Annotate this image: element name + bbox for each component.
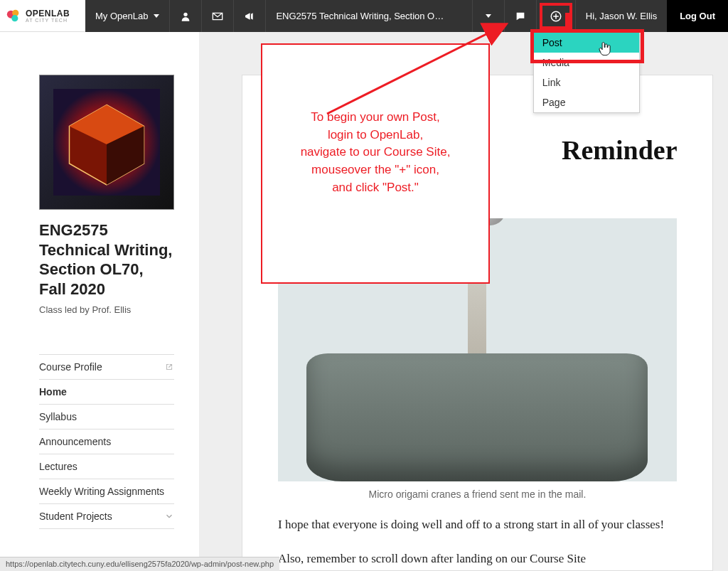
notifications-icon-button[interactable]	[234, 0, 266, 32]
browser-status-bar: https://openlab.citytech.cuny.edu/ellise…	[0, 557, 279, 571]
dropdown-label: Post	[542, 37, 562, 48]
post-paragraph: I hope that everyone is doing well and o…	[278, 516, 677, 534]
nav-label: Home	[39, 386, 67, 397]
profile-icon-button[interactable]	[170, 0, 202, 32]
nav-announcements[interactable]: Announcements	[39, 429, 174, 454]
annotation-text: To begin your own Post, login to OpenLab…	[277, 109, 474, 196]
course-site-menu[interactable]: ENG2575 Technical Writing, Section O…	[266, 0, 472, 32]
svg-point-3	[184, 12, 188, 16]
nav-label: Lectures	[39, 461, 77, 472]
nav-student-projects[interactable]: Student Projects	[39, 504, 174, 529]
comment-icon	[515, 11, 526, 22]
nav-weekly-writing[interactable]: Weekly Writing Assignments	[39, 479, 174, 504]
dropdown-item-media[interactable]: Media	[534, 53, 639, 73]
dropdown-item-post[interactable]: Post	[534, 33, 639, 53]
caret-down-icon	[486, 14, 491, 18]
nav-course-profile[interactable]: Course Profile	[39, 354, 174, 380]
chevron-down-icon	[164, 511, 174, 521]
dropdown-label: Page	[542, 97, 566, 108]
nav-label: Course Profile	[39, 361, 102, 373]
openlab-logo-icon	[6, 8, 21, 23]
logout-label: Log Out	[680, 11, 715, 21]
comments-icon-button[interactable]	[505, 0, 537, 32]
megaphone-icon	[244, 11, 255, 22]
dropdown-item-page[interactable]: Page	[534, 92, 639, 112]
dropdown-label: Media	[542, 57, 569, 68]
plus-circle-icon	[550, 10, 562, 23]
status-url: https://openlab.citytech.cuny.edu/ellise…	[6, 560, 274, 568]
site-thumbnail-graphic	[53, 89, 160, 196]
logout-button[interactable]: Log Out	[667, 0, 728, 32]
site-title: ENG2575 Technical Writing, Section OL70,…	[39, 220, 174, 299]
new-content-dropdown: Post Media Link Page	[533, 32, 640, 113]
new-content-button[interactable]: Post Media Link Page	[537, 0, 576, 32]
course-title-label: ENG2575 Technical Writing, Section O…	[276, 11, 444, 21]
sidebar: ENG2575 Technical Writing, Section OL70,…	[0, 32, 199, 571]
messages-icon-button[interactable]	[202, 0, 234, 32]
openlab-logo[interactable]: OPENLAB AT CITY TECH	[0, 0, 85, 32]
nav-label: Announcements	[39, 436, 111, 447]
user-greeting[interactable]: Hi, Jason W. Ellis	[576, 0, 667, 32]
toolbar-right: Hi, Jason W. Ellis Log Out	[576, 0, 728, 32]
dropdown-label: Link	[542, 77, 561, 88]
nav-label: Syllabus	[39, 411, 77, 422]
site-thumbnail[interactable]	[39, 75, 174, 210]
nav-home[interactable]: Home	[39, 380, 174, 405]
site-subtitle: Class led by Prof. Ellis	[39, 304, 174, 315]
dropdown-item-link[interactable]: Link	[534, 73, 639, 92]
user-icon	[180, 11, 191, 22]
caret-down-icon	[154, 14, 159, 18]
nav-lectures[interactable]: Lectures	[39, 454, 174, 479]
hand-cursor-icon	[598, 41, 612, 57]
image-caption: Micro origami cranes a friend sent me in…	[278, 489, 677, 500]
my-openlab-label: My OpenLab	[95, 11, 148, 21]
nav-label: Student Projects	[39, 511, 112, 522]
admin-toolbar: OPENLAB AT CITY TECH My OpenLab ENG2575 …	[0, 0, 728, 32]
post-paragraph: Also, remember to scroll down after land…	[278, 550, 677, 568]
nav-label: Weekly Writing Assignments	[39, 486, 164, 497]
my-openlab-menu[interactable]: My OpenLab	[85, 0, 170, 32]
annotation-callout: To begin your own Post, login to OpenLab…	[261, 43, 490, 284]
sidebar-nav: Course Profile Home Syllabus Announcemen…	[39, 354, 174, 529]
envelope-icon	[212, 11, 223, 22]
course-caret[interactable]	[473, 0, 505, 32]
external-link-icon	[164, 362, 174, 372]
greeting-label: Hi, Jason W. Ellis	[586, 11, 657, 21]
nav-syllabus[interactable]: Syllabus	[39, 405, 174, 429]
svg-point-2	[11, 15, 18, 21]
openlab-logo-text: OPENLAB AT CITY TECH	[26, 9, 70, 23]
